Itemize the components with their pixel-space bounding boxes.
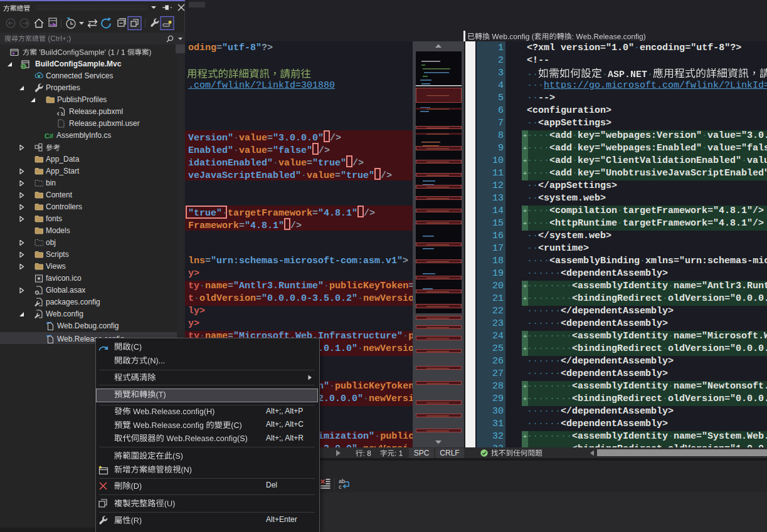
svg-text:c: c — [339, 484, 342, 490]
svg-text:C#: C# — [45, 132, 53, 140]
